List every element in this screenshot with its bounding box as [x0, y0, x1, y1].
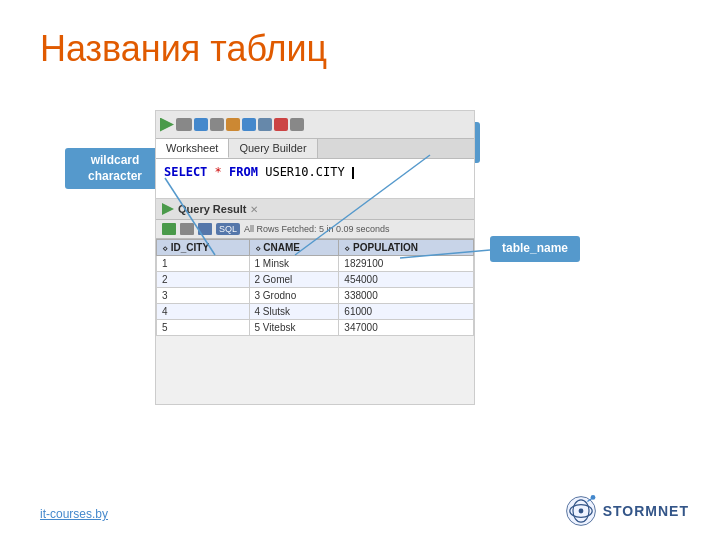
page-title: Названия таблиц	[40, 28, 327, 70]
table-cell: 5 Vitebsk	[249, 320, 339, 336]
sql-select-keyword: SELECT	[164, 165, 207, 179]
table-cell: 61000	[339, 304, 474, 320]
toolbar-icon-1	[176, 118, 192, 131]
sql-star-operator: *	[215, 165, 229, 179]
col-header-id: ⬦ ID_CITY	[157, 240, 250, 256]
result-play-icon	[162, 203, 174, 215]
toolbar-icon-3	[210, 118, 224, 131]
result-icon-2	[180, 223, 194, 235]
table-cell: 4	[157, 304, 250, 320]
logo-text: STORMNЕТ	[603, 503, 689, 519]
logo-icon	[565, 495, 597, 527]
table-cell: 454000	[339, 272, 474, 288]
table-cell: 347000	[339, 320, 474, 336]
sql-ide-screenshot: Worksheet Query Builder SELECT * FROM US…	[155, 110, 475, 405]
toolbar-icon-8	[290, 118, 304, 131]
sql-from-keyword: FROM	[229, 165, 258, 179]
tab-worksheet[interactable]: Worksheet	[156, 139, 229, 158]
table-cell: 2	[157, 272, 250, 288]
ide-tabs: Worksheet Query Builder	[156, 139, 474, 159]
play-button[interactable]	[160, 118, 174, 132]
footer-link[interactable]: it-courses.by	[40, 507, 108, 521]
table-cell: 4 Slutsk	[249, 304, 339, 320]
table-row: 22 Gomel454000	[157, 272, 474, 288]
sql-editor[interactable]: SELECT * FROM USER10.CITY	[156, 159, 474, 199]
table-name-label: table_name	[490, 236, 580, 262]
svg-point-6	[578, 509, 583, 514]
toolbar-icon-2	[194, 118, 208, 131]
query-result-header: Query Result ✕	[156, 199, 474, 220]
result-info: All Rows Fetched: 5 in 0.09 seconds	[244, 224, 390, 234]
toolbar-icon-6	[258, 118, 272, 131]
table-cell: 338000	[339, 288, 474, 304]
table-cell: 3	[157, 288, 250, 304]
svg-point-8	[590, 495, 595, 500]
table-cell: 1 Minsk	[249, 256, 339, 272]
table-row: 33 Grodno338000	[157, 288, 474, 304]
result-icon-1	[162, 223, 176, 235]
table-cell: 5	[157, 320, 250, 336]
col-header-population: ⬦ POPULATION	[339, 240, 474, 256]
data-table: ⬦ ID_CITY ⬦ CNAME ⬦ POPULATION 11 Minsk1…	[156, 239, 474, 336]
result-icon-3	[198, 223, 212, 235]
table-cell: 1	[157, 256, 250, 272]
toolbar-icon-4	[226, 118, 240, 131]
toolbar-icon-7	[274, 118, 288, 131]
query-result-title: Query Result	[178, 203, 246, 215]
result-toolbar: SQL All Rows Fetched: 5 in 0.09 seconds	[156, 220, 474, 239]
sql-table-ref: USER10.CITY	[265, 165, 344, 179]
sql-badge: SQL	[216, 223, 240, 235]
table-cell: 1829100	[339, 256, 474, 272]
table-cell: 3 Grodno	[249, 288, 339, 304]
footer-logo: STORMNЕТ	[565, 495, 689, 527]
col-header-cname: ⬦ CNAME	[249, 240, 339, 256]
table-row: 44 Slutsk61000	[157, 304, 474, 320]
tab-query-builder[interactable]: Query Builder	[229, 139, 317, 158]
table-cell: 2 Gomel	[249, 272, 339, 288]
toolbar-icon-5	[242, 118, 256, 131]
ide-toolbar	[156, 111, 474, 139]
table-row: 55 Vitebsk347000	[157, 320, 474, 336]
result-close: ✕	[250, 204, 258, 215]
cursor	[352, 167, 354, 179]
wildcard-label: wildcardcharacter	[65, 148, 165, 189]
table-row: 11 Minsk1829100	[157, 256, 474, 272]
